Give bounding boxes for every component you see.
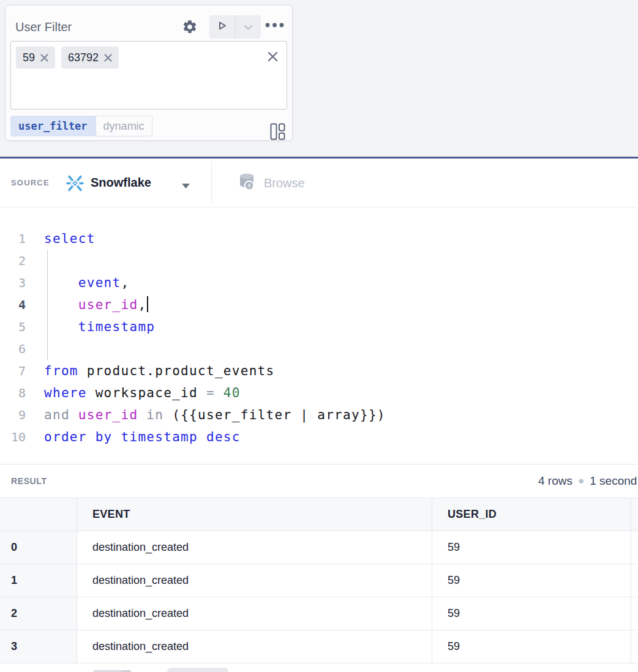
database-bolt-icon — [238, 173, 255, 193]
table-cell: 59 — [432, 564, 631, 597]
row-index-cell: 3 — [0, 630, 77, 663]
play-icon — [217, 20, 228, 34]
text-cursor — [147, 296, 148, 312]
line-number: 6 — [0, 338, 26, 360]
dot-separator: ● — [578, 475, 584, 487]
code-text: from product.product_events — [44, 360, 274, 382]
settings-button[interactable] — [182, 19, 198, 35]
clipped-cell — [631, 564, 638, 597]
table-footer — [0, 663, 638, 672]
code-line: 2 — [0, 250, 638, 272]
code-line: 1select — [0, 228, 638, 250]
code-lines: 1select23 event,4 user_id,5 timestamp67f… — [0, 228, 638, 448]
table-cell: 59 — [432, 531, 631, 564]
code-line: 8where workspace_id = 40 — [0, 382, 638, 404]
code-line: 10order by timestamp desc — [0, 426, 638, 448]
code-text: event, — [44, 272, 129, 294]
result-panel: RESULT 4 rows ● 1 second EVENTUSER_ID0de… — [0, 464, 638, 672]
layout-columns-icon — [270, 133, 285, 142]
code-line: 7from product.product_events — [0, 360, 638, 382]
layout-button[interactable] — [270, 123, 285, 140]
table-row: 2destination_created59 — [0, 597, 638, 630]
line-number: 8 — [0, 382, 26, 404]
sql-editor[interactable]: 1select23 event,4 user_id,5 timestamp67f… — [0, 207, 638, 465]
source-label: SOURCE — [11, 178, 50, 187]
code-text: select — [44, 228, 96, 250]
result-meta: 4 rows ● 1 second — [538, 465, 637, 498]
clipped-cell — [631, 630, 638, 663]
code-line: 3 event, — [0, 272, 638, 294]
row-index-cell: 2 — [0, 597, 77, 630]
chevron-down-icon — [244, 21, 252, 32]
chip-list: 5963792 — [16, 47, 119, 69]
filter-chip[interactable]: 59 — [16, 47, 55, 69]
line-number: 9 — [0, 404, 26, 426]
table-cell: 59 — [432, 630, 631, 663]
table-row: 3destination_created59 — [0, 630, 638, 663]
ellipsis-icon — [265, 20, 285, 29]
gear-icon — [182, 28, 198, 37]
code-line: 5 timestamp — [0, 316, 638, 338]
table-cell: destination_created — [77, 630, 432, 663]
line-number: 5 — [0, 316, 26, 338]
clipped-cell — [631, 597, 638, 630]
code-line: 4 user_id, — [0, 294, 638, 316]
table-row: 0destination_created59 — [0, 531, 638, 564]
indent-guide — [47, 250, 48, 360]
code-line: 6 — [0, 338, 638, 360]
close-icon[interactable] — [104, 54, 112, 62]
line-number: 1 — [0, 228, 26, 250]
code-text: order by timestamp desc — [44, 426, 241, 448]
run-options-button[interactable] — [236, 15, 261, 39]
divider — [211, 161, 212, 204]
close-icon[interactable] — [40, 54, 48, 62]
browse-button[interactable]: Browse — [235, 172, 309, 194]
cell-title: User Filter — [15, 20, 72, 34]
table-pagination-pill[interactable] — [167, 668, 228, 672]
clear-all-button[interactable] — [266, 50, 279, 63]
query-duration: 1 second — [590, 474, 637, 488]
result-table: EVENTUSER_ID0destination_created591desti… — [0, 498, 638, 663]
close-icon — [266, 56, 279, 65]
line-number: 2 — [0, 250, 26, 272]
table-row: 1destination_created59 — [0, 564, 638, 597]
chip-label: 63792 — [68, 51, 99, 64]
line-number: 7 — [0, 360, 26, 382]
code-text: user_id, — [44, 294, 148, 316]
index-column-header — [0, 498, 77, 531]
code-text: and user_id in ({{user_filter | array}}) — [44, 404, 386, 426]
snowflake-icon — [65, 173, 85, 196]
line-number: 3 — [0, 272, 26, 294]
row-count: 4 rows — [538, 474, 572, 488]
column-header[interactable]: EVENT — [77, 498, 432, 531]
table-cell: destination_created — [77, 564, 432, 597]
clipped-cell — [631, 531, 638, 564]
sql-cell: SOURCE Snowflake — [0, 157, 638, 465]
line-number: 10 — [0, 426, 26, 448]
chip-label: 59 — [23, 51, 35, 64]
line-number: 4 — [0, 294, 26, 316]
code-text: timestamp — [44, 316, 155, 338]
variable-name-badge[interactable]: user_filter — [10, 116, 96, 136]
table-cell: destination_created — [77, 531, 432, 564]
column-header[interactable]: USER_ID — [432, 498, 631, 531]
notebook-view: User Filter 5963 — [0, 0, 638, 672]
user-filter-input[interactable]: 5963792 — [10, 41, 287, 110]
run-button[interactable] — [209, 15, 235, 39]
source-connection-name[interactable]: Snowflake — [91, 176, 151, 190]
clipped-column-header — [631, 498, 638, 531]
code-line: 9and user_id in ({{user_filter | array}}… — [0, 404, 638, 426]
caret-down-icon[interactable] — [181, 181, 190, 192]
filter-chip[interactable]: 63792 — [61, 47, 119, 69]
row-index-cell: 1 — [0, 564, 77, 597]
cell-menu-button[interactable] — [265, 23, 285, 28]
code-text: where workspace_id = 40 — [44, 382, 241, 404]
user-filter-cell: User Filter 5963 — [5, 5, 293, 141]
table-header-row: EVENTUSER_ID — [0, 498, 638, 531]
row-index-cell: 0 — [0, 531, 77, 564]
table-cell: destination_created — [77, 597, 432, 630]
variable-type-badge: dynamic — [96, 116, 152, 136]
table-cell: 59 — [432, 597, 631, 630]
run-split-button — [209, 15, 261, 39]
variable-info: user_filter dynamic — [10, 116, 152, 136]
